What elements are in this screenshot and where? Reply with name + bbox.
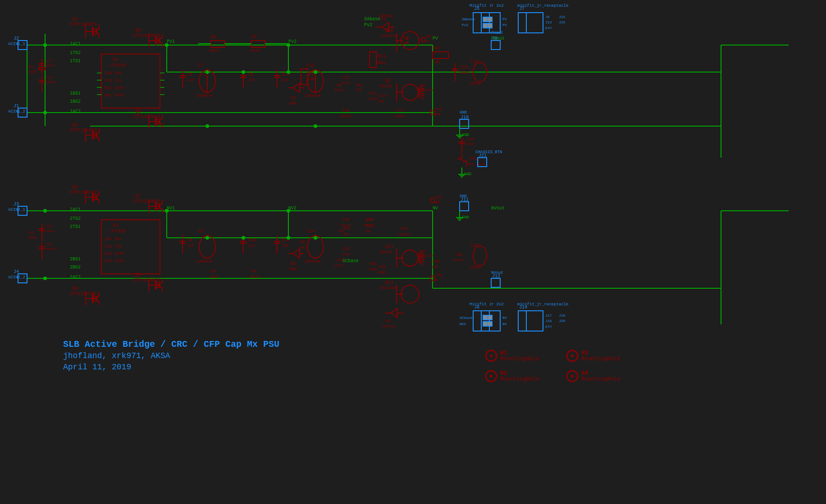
svg-text:J19: J19 (559, 313, 566, 318)
svg-text:1AC2: 1AC2 (70, 109, 81, 114)
svg-rect-463 (483, 315, 488, 320)
svg-point-495 (287, 209, 290, 213)
svg-point-498 (287, 236, 290, 240)
svg-text:1BG1: 1BG1 (70, 91, 81, 96)
svg-rect-220 (488, 23, 492, 28)
svg-text:2SC5200: 2SC5200 (380, 286, 397, 291)
svg-text:PV: PV (433, 36, 438, 41)
svg-text:C23: C23 (467, 137, 474, 142)
svg-text:PV: PV (502, 23, 507, 27)
svg-text:75R: 75R (355, 88, 362, 92)
svg-text:RV1: RV1 (370, 91, 377, 96)
svg-text:J4: J4 (14, 269, 19, 274)
svg-text:200R: 200R (369, 97, 377, 101)
svg-text:1uF: 1uF (187, 78, 194, 82)
svg-text:Minifit Jr 2x2: Minifit Jr 2x2 (470, 4, 504, 8)
svg-text:GRN: GRN (289, 267, 297, 272)
svg-text:R11: R11 (356, 83, 363, 88)
svg-text:ACIN1_2: ACIN1_2 (8, 109, 25, 114)
svg-text:C2x: C2x (342, 76, 350, 80)
svg-point-493 (43, 277, 47, 280)
svg-text:C3: C3 (47, 76, 52, 80)
svg-text:C10: C10 (248, 238, 256, 243)
svg-text:10K: 10K (366, 218, 373, 222)
svg-point-486 (205, 70, 209, 74)
svg-text:C7: C7 (198, 63, 204, 68)
h3-mounting-hole-inner (571, 354, 574, 357)
svg-text:75R: 75R (337, 229, 344, 233)
svg-text:0R10: 0R10 (210, 275, 218, 279)
svg-text:1uF: 1uF (248, 244, 255, 248)
h3-text: MountingHole (581, 356, 620, 362)
svg-text:332R: 332R (334, 88, 343, 92)
svg-text:2TG1: 2TG1 (70, 224, 81, 229)
h3-label: H3 (581, 350, 589, 356)
svg-text:C21: C21 (471, 59, 479, 64)
svg-text:PV: PV (502, 17, 507, 21)
svg-text:STP110NBF6: STP110NBF6 (133, 199, 160, 204)
svg-text:1AC1: 1AC1 (70, 41, 81, 46)
svg-text:10K: 10K (308, 77, 315, 82)
svg-text:10K: 10K (378, 99, 384, 103)
svg-text:BG2 OUTP: BG2 OUTP (105, 252, 124, 256)
svg-text:R4: R4 (211, 269, 216, 274)
svg-text:U2: U2 (113, 222, 119, 228)
svg-text:J8: J8 (545, 15, 550, 19)
svg-text:Minifit Jr 2x2: Minifit Jr 2x2 (470, 302, 504, 307)
svg-text:BG2 OUTP: BG2 OUTP (105, 86, 124, 91)
svg-text:0R10: 0R10 (250, 275, 259, 279)
svg-text:C17: C17 (397, 109, 404, 113)
title-line1: SLB Active Bridge / CRC / CFP Cap Mx PSU (63, 339, 279, 350)
svg-text:HeatsInk: HeatsInk (418, 254, 434, 258)
svg-text:PV1: PV1 (167, 39, 175, 44)
svg-point-491 (314, 124, 317, 128)
svg-text:1N+004: 1N+004 (379, 14, 393, 18)
svg-text:2BG1: 2BG1 (70, 257, 81, 262)
svg-text:C19: C19 (460, 65, 468, 70)
svg-text:D2: D2 (291, 261, 296, 266)
svg-text:10nF: 10nF (46, 64, 55, 68)
svg-text:220uF: 220uF (470, 82, 482, 86)
svg-text:R3: R3 (211, 35, 216, 40)
svg-text:J13: J13 (545, 20, 552, 24)
svg-text:2AC2: 2AC2 (70, 275, 81, 280)
svg-text:GND: GND (462, 133, 469, 137)
svg-text:J16: J16 (559, 20, 566, 24)
svg-text:1uF: 1uF (248, 78, 255, 82)
svg-text:15000uF: 15000uF (196, 94, 213, 98)
svg-text:STP110N8F6: STP110N8F6 (70, 22, 97, 27)
svg-text:STP110N8F6: STP110N8F6 (70, 128, 97, 133)
svg-text:R5: R5 (251, 35, 257, 40)
svg-text:C14: C14 (306, 229, 315, 234)
svg-text:GND: GND (460, 110, 467, 115)
svg-text:R16: R16 (366, 224, 373, 229)
svg-text:10nF: 10nF (46, 229, 55, 233)
svg-text:TP3: TP3 (435, 195, 442, 200)
svg-rect-466 (488, 322, 492, 326)
svg-text:Q1: Q1 (72, 16, 78, 22)
svg-text:R8: R8 (300, 240, 305, 245)
svg-text:2AC1: 2AC1 (70, 207, 81, 212)
svg-text:1TG1: 1TG1 (70, 59, 81, 64)
svg-text:PV: PV (425, 39, 429, 43)
svg-rect-219 (483, 23, 488, 28)
svg-text:NTC_B020: NTC_B020 (468, 162, 485, 166)
svg-text:C25: C25 (342, 247, 350, 251)
svg-text:Q3: Q3 (72, 184, 78, 190)
svg-text:C18: C18 (400, 227, 407, 231)
svg-text:J10: J10 (461, 115, 469, 120)
h1-mounting-hole-inner (490, 354, 493, 357)
svg-point-490 (205, 124, 209, 128)
h1-label: H1 (500, 350, 507, 356)
svg-text:0R10: 0R10 (250, 49, 260, 53)
svg-text:15000uF: 15000uF (304, 259, 321, 264)
svg-text:C8: C8 (198, 229, 204, 234)
svg-text:STP110N8F6: STP110N8F6 (70, 291, 97, 296)
svg-text:Q11: Q11 (385, 244, 393, 249)
svg-text:Pv2: Pv2 (288, 39, 297, 44)
svg-point-483 (43, 111, 47, 114)
h2-mounting-hole-inner (490, 375, 493, 377)
svg-text:0R10: 0R10 (210, 49, 219, 53)
svg-text:47pF: 47pF (342, 252, 350, 256)
svg-text:Q5: Q5 (135, 27, 141, 33)
